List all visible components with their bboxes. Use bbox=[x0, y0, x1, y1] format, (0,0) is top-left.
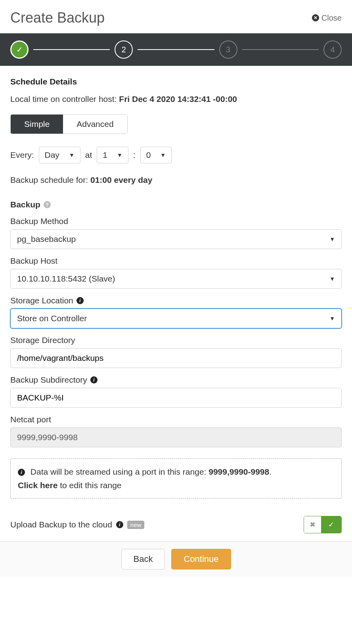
chevron-down-icon: ▼ bbox=[329, 315, 335, 322]
step-line bbox=[138, 49, 214, 50]
upload-toggle[interactable]: ✖ ✓ bbox=[304, 516, 342, 533]
every-label: Every: bbox=[10, 150, 34, 160]
storage-dir-input[interactable] bbox=[10, 348, 342, 368]
step-2[interactable]: 2 bbox=[115, 40, 133, 59]
hour-select[interactable]: 1 ▼ bbox=[97, 147, 128, 163]
info-icon: i bbox=[18, 469, 25, 476]
storage-loc-select[interactable]: Store on Controller ▼ bbox=[10, 309, 342, 328]
step-1[interactable]: ✓ bbox=[10, 40, 29, 59]
chevron-down-icon: ▼ bbox=[117, 152, 122, 158]
back-button[interactable]: Back bbox=[121, 549, 165, 569]
help-icon[interactable]: ? bbox=[44, 201, 51, 208]
schedule-mode-tabs: Simple Advanced bbox=[10, 114, 128, 134]
host-label: Backup Host bbox=[10, 256, 342, 266]
backup-title: Backup ? bbox=[10, 200, 342, 209]
netcat-input bbox=[10, 427, 342, 447]
toggle-on[interactable]: ✓ bbox=[321, 516, 341, 533]
at-label: at bbox=[85, 150, 92, 160]
tab-simple[interactable]: Simple bbox=[11, 115, 63, 134]
toggle-off[interactable]: ✖ bbox=[304, 516, 321, 533]
host-select[interactable]: 10.10.10.118:5432 (Slave) ▼ bbox=[10, 269, 342, 289]
continue-button[interactable]: Continue bbox=[171, 549, 231, 569]
chevron-down-icon: ▼ bbox=[329, 236, 335, 242]
check-icon: ✓ bbox=[328, 521, 334, 529]
subdir-input[interactable] bbox=[10, 388, 342, 408]
tab-advanced[interactable]: Advanced bbox=[63, 115, 127, 134]
schedule-title: Schedule Details bbox=[10, 77, 342, 86]
upload-label: Upload Backup to the cloud bbox=[10, 520, 112, 529]
step-line bbox=[33, 49, 110, 50]
new-badge: new bbox=[127, 521, 145, 529]
step-line bbox=[242, 49, 319, 50]
chevron-down-icon: ▼ bbox=[69, 152, 75, 158]
info-icon[interactable]: i bbox=[116, 521, 123, 528]
edit-range-link[interactable]: Click here bbox=[18, 481, 57, 490]
subdir-label: Backup Subdirectory i bbox=[10, 375, 342, 385]
minute-select[interactable]: 0 ▼ bbox=[140, 147, 172, 163]
check-icon: ✓ bbox=[16, 45, 23, 54]
page-title: Create Backup bbox=[10, 10, 105, 26]
stepper: ✓ 2 3 4 bbox=[0, 33, 352, 66]
netcat-label: Netcat port bbox=[10, 415, 342, 424]
colon-label: : bbox=[133, 150, 136, 160]
step-3[interactable]: 3 bbox=[219, 40, 237, 59]
close-label: Close bbox=[321, 13, 342, 23]
storage-dir-label: Storage Directory bbox=[10, 335, 342, 345]
localtime-row: Local time on controller host: Fri Dec 4… bbox=[10, 94, 342, 104]
method-label: Backup Method bbox=[10, 217, 342, 226]
storage-loc-label: Storage Location i bbox=[10, 296, 342, 305]
netcat-info-box: i Data will be streamed using a port in … bbox=[10, 458, 342, 498]
close-icon: ✕ bbox=[312, 14, 319, 21]
step-4[interactable]: 4 bbox=[323, 40, 342, 59]
schedule-summary: Backup schedule for: 01:00 every day bbox=[10, 175, 342, 185]
info-icon[interactable]: i bbox=[90, 376, 98, 383]
every-select[interactable]: Day ▼ bbox=[39, 147, 80, 163]
info-icon[interactable]: i bbox=[77, 297, 84, 304]
method-select[interactable]: pg_basebackup ▼ bbox=[10, 229, 342, 249]
chevron-down-icon: ▼ bbox=[329, 276, 335, 282]
close-button[interactable]: ✕ Close bbox=[312, 13, 342, 23]
x-icon: ✖ bbox=[310, 521, 316, 529]
chevron-down-icon: ▼ bbox=[160, 152, 166, 158]
